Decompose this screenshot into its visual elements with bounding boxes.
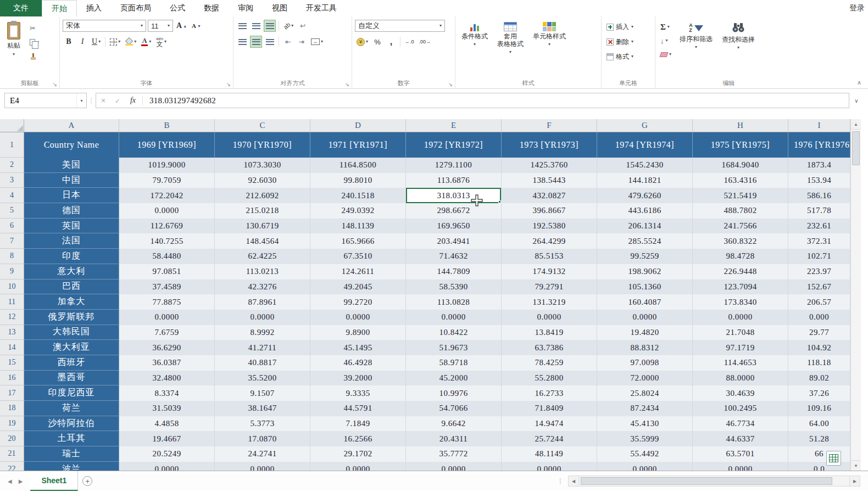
tab-splitter-icon[interactable] [553,471,568,491]
new-sheet-button[interactable] [78,471,97,491]
name-box-dropdown-icon[interactable] [76,93,86,108]
cell-D5[interactable]: 249.0392 [310,203,406,219]
file-tab[interactable]: 文件 [0,0,42,16]
cell-E22[interactable]: 0.0000 [406,462,502,471]
cell-D6[interactable]: 148.1139 [310,219,406,234]
cell-I14[interactable]: 104.92 [788,340,850,355]
cell-H4[interactable]: 521.5419 [693,188,788,203]
cell-I6[interactable]: 232.61 [788,219,850,234]
cell-H22[interactable]: 0.0000 [693,462,788,471]
cell-C10[interactable]: 42.3276 [215,279,310,295]
country-cell-A6[interactable]: 英国 [24,219,119,234]
scroll-down-icon[interactable] [851,460,861,471]
align-top-button[interactable] [236,20,248,32]
cell-G10[interactable]: 105.1360 [597,279,693,295]
ribbon-tab-2[interactable]: 插入 [77,0,111,16]
cell-E7[interactable]: 203.4941 [406,233,502,249]
phonetic-guide-button[interactable]: wén文 [154,36,168,48]
row-header-2[interactable]: 2 [0,158,24,173]
cell-C12[interactable]: 0.0000 [215,310,310,325]
cell-H6[interactable]: 241.7566 [693,219,788,234]
table-header-G1[interactable]: 1974 [YR1974] [597,132,693,158]
decrease-indent-button[interactable] [282,36,294,48]
quick-analysis-button[interactable] [826,451,841,466]
cell-C18[interactable]: 38.1647 [215,401,310,416]
cell-I21[interactable]: 66 [788,446,850,462]
cell-C17[interactable]: 9.1507 [215,385,310,401]
sign-in-button[interactable]: 登录 [846,0,868,16]
select-all-corner[interactable] [0,119,24,132]
cell-G2[interactable]: 1545.2430 [597,158,693,173]
cell-E3[interactable]: 113.6876 [406,173,502,188]
cell-C11[interactable]: 87.8961 [215,294,310,310]
cell-H5[interactable]: 488.7802 [693,203,788,219]
cell-E20[interactable]: 20.4311 [406,431,502,446]
decrease-decimal-button[interactable]: .00→ [418,36,433,48]
decrease-font-size-button[interactable]: A [190,20,203,32]
cell-D11[interactable]: 99.2720 [310,294,406,310]
table-header-F1[interactable]: 1973 [YR1973] [502,132,597,158]
cell-C13[interactable]: 8.9992 [215,325,310,340]
sheet-tab-sheet1[interactable]: Sheet1 [30,471,78,491]
country-cell-A19[interactable]: 沙特阿拉伯 [24,416,119,432]
country-cell-A21[interactable]: 瑞士 [24,446,119,462]
cell-D12[interactable]: 0.0000 [310,310,406,325]
cell-E6[interactable]: 169.9650 [406,219,502,234]
cell-H12[interactable]: 0.0000 [693,310,788,325]
cell-styles-button[interactable]: 单元格样式 [530,20,569,79]
country-cell-A2[interactable]: 美国 [24,158,119,173]
number-dialog-launcher-icon[interactable] [448,82,453,87]
cell-H9[interactable]: 226.9448 [693,264,788,279]
cell-G18[interactable]: 87.2434 [597,401,693,416]
cell-C19[interactable]: 5.3773 [215,416,310,432]
cell-H14[interactable]: 97.1719 [693,340,788,355]
cell-B19[interactable]: 4.4858 [119,416,215,432]
row-header-6[interactable]: 6 [0,219,24,234]
cell-H11[interactable]: 173.8340 [693,294,788,310]
ribbon-tab-3[interactable]: 页面布局 [111,0,160,16]
cell-B6[interactable]: 112.6769 [119,219,215,234]
country-cell-A3[interactable]: 中国 [24,173,119,188]
cell-I18[interactable]: 109.16 [788,401,850,416]
country-cell-A20[interactable]: 土耳其 [24,431,119,446]
country-cell-A11[interactable]: 加拿大 [24,294,119,310]
cell-I10[interactable]: 152.67 [788,279,850,295]
percent-style-button[interactable]: % [371,36,383,48]
conditional-formatting-button[interactable]: 条件格式 [458,20,491,79]
cell-G9[interactable]: 198.9062 [597,264,693,279]
row-header-10[interactable]: 10 [0,279,24,295]
cell-C14[interactable]: 41.2711 [215,340,310,355]
cell-I8[interactable]: 102.71 [788,249,850,264]
cell-B20[interactable]: 19.4667 [119,431,215,446]
row-header-5[interactable]: 5 [0,203,24,219]
cell-G16[interactable]: 72.0000 [597,371,693,386]
increase-font-size-button[interactable]: A [175,20,188,32]
format-as-table-button[interactable]: 套用表格格式 [494,20,527,79]
cell-C9[interactable]: 113.0213 [215,264,310,279]
cell-D16[interactable]: 39.2000 [310,371,406,386]
cell-I5[interactable]: 517.78 [788,203,850,219]
cell-B21[interactable]: 20.5249 [119,446,215,462]
cell-C7[interactable]: 148.4564 [215,233,310,249]
cell-C15[interactable]: 40.8817 [215,355,310,371]
cell-E19[interactable]: 9.6642 [406,416,502,432]
country-cell-A22[interactable]: 波兰 [24,462,119,471]
row-header-3[interactable]: 3 [0,173,24,188]
cell-E5[interactable]: 298.6672 [406,203,502,219]
cell-G22[interactable]: 0.0000 [597,462,693,471]
align-bottom-button[interactable] [264,20,276,32]
cut-button[interactable] [27,22,41,34]
cell-H20[interactable]: 44.6337 [693,431,788,446]
cell-H7[interactable]: 360.8322 [693,233,788,249]
ribbon-tab-7[interactable]: 视图 [263,0,297,16]
cell-F10[interactable]: 79.2791 [502,279,597,295]
cell-F7[interactable]: 264.4299 [502,233,597,249]
row-header-19[interactable]: 19 [0,416,24,432]
row-header-8[interactable]: 8 [0,249,24,264]
cell-D10[interactable]: 49.2045 [310,279,406,295]
cell-E15[interactable]: 58.9718 [406,355,502,371]
scroll-up-icon[interactable] [851,119,861,130]
accounting-format-button[interactable]: ¥ [355,36,370,48]
cell-B10[interactable]: 37.4589 [119,279,215,295]
cell-B12[interactable]: 0.0000 [119,310,215,325]
